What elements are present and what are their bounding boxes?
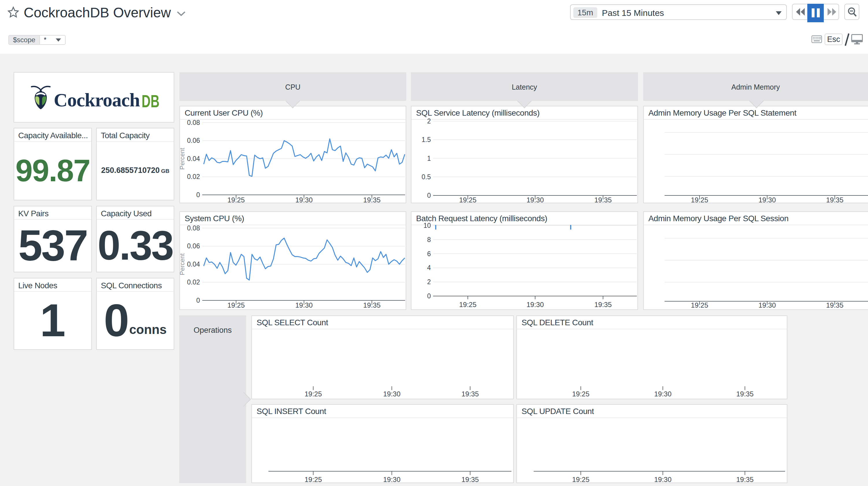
svg-text:4: 4 — [427, 264, 431, 271]
svg-text:19:25: 19:25 — [459, 196, 476, 203]
svg-text:0.06: 0.06 — [187, 242, 200, 250]
svg-text:0: 0 — [196, 297, 200, 304]
svg-text:19:30: 19:30 — [526, 196, 544, 203]
svg-text:19:35: 19:35 — [826, 196, 843, 203]
svg-text:19:25: 19:25 — [572, 476, 589, 483]
svg-text:19:25: 19:25 — [305, 476, 322, 483]
svg-text:8: 8 — [427, 236, 431, 244]
svg-text:19:35: 19:35 — [461, 390, 479, 398]
svg-text:19:25: 19:25 — [572, 390, 589, 398]
svg-text:0: 0 — [427, 292, 431, 300]
svg-text:0.08: 0.08 — [187, 224, 200, 232]
svg-text:1.5: 1.5 — [422, 136, 431, 143]
svg-text:Percent: Percent — [180, 253, 186, 275]
svg-text:6: 6 — [427, 250, 431, 258]
svg-text:19:30: 19:30 — [526, 301, 544, 309]
svg-text:19:25: 19:25 — [227, 301, 245, 309]
svg-text:19:35: 19:35 — [363, 196, 380, 203]
svg-text:0.02: 0.02 — [187, 279, 200, 286]
svg-text:0.04: 0.04 — [187, 155, 200, 163]
svg-text:1: 1 — [427, 155, 431, 162]
svg-text:0.04: 0.04 — [187, 260, 200, 268]
svg-text:0.08: 0.08 — [187, 119, 200, 126]
svg-text:2: 2 — [427, 278, 431, 286]
svg-text:19:30: 19:30 — [758, 196, 776, 203]
svg-text:19:30: 19:30 — [654, 476, 672, 483]
svg-text:Percent: Percent — [180, 148, 186, 170]
svg-text:19:30: 19:30 — [295, 196, 313, 203]
svg-text:19:30: 19:30 — [654, 390, 672, 398]
svg-text:0.5: 0.5 — [422, 173, 431, 181]
svg-text:19:35: 19:35 — [594, 301, 612, 309]
svg-text:0: 0 — [427, 192, 431, 199]
svg-text:DB: DB — [142, 91, 159, 111]
svg-text:19:25: 19:25 — [691, 196, 708, 203]
svg-text:19:30: 19:30 — [758, 301, 776, 309]
svg-text:19:25: 19:25 — [691, 301, 708, 309]
svg-text:19:30: 19:30 — [295, 301, 313, 309]
svg-text:19:25: 19:25 — [459, 301, 476, 309]
svg-text:19:35: 19:35 — [461, 476, 479, 483]
svg-text:19:35: 19:35 — [363, 301, 380, 309]
svg-text:19:30: 19:30 — [383, 390, 401, 398]
svg-text:0.02: 0.02 — [187, 173, 200, 180]
svg-text:19:25: 19:25 — [305, 390, 322, 398]
svg-text:19:25: 19:25 — [227, 196, 245, 203]
svg-text:0.06: 0.06 — [187, 137, 200, 144]
svg-text:19:35: 19:35 — [594, 196, 612, 203]
svg-text:Cockroach: Cockroach — [54, 89, 140, 110]
svg-text:19:35: 19:35 — [736, 476, 753, 483]
svg-text:19:35: 19:35 — [736, 390, 753, 398]
svg-text:0: 0 — [196, 191, 200, 199]
svg-text:19:30: 19:30 — [383, 476, 401, 483]
svg-text:10: 10 — [423, 222, 431, 229]
svg-text:2: 2 — [427, 117, 431, 125]
svg-text:19:35: 19:35 — [826, 301, 843, 309]
